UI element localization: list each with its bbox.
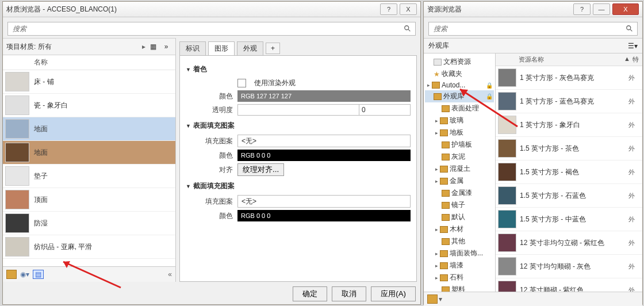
expand-icon[interactable]: ▸ [435, 251, 438, 257]
cut-fill-pattern-field[interactable]: <无> [237, 195, 411, 208]
col-ext[interactable]: 特 [632, 55, 639, 64]
tree-node[interactable]: 默认 [425, 211, 494, 223]
asset-thumbnail [498, 92, 516, 110]
asset-name: 1.5 英寸方形 - 褐色 [520, 167, 628, 177]
tree-node[interactable]: 金属漆 [425, 187, 494, 199]
category-tree[interactable]: 文档资源★收藏夹▸Autod...🔒外观库🔒表面处理▸玻璃▸地板护墙板灰泥▸混凝… [424, 53, 496, 292]
library-icon[interactable] [6, 270, 17, 279]
expand-icon[interactable]: ▸ [435, 178, 438, 184]
asset-row[interactable]: 1 英寸方形 - 象牙白外 [496, 113, 642, 137]
tint-color-field[interactable]: RGB 127 127 127 [237, 90, 411, 102]
tree-node[interactable]: 镜子 [425, 199, 494, 211]
dropdown-icon[interactable]: ▾ [439, 295, 442, 303]
expand-icon[interactable]: ▸ [435, 275, 438, 281]
expand-button[interactable]: » [160, 41, 172, 52]
asset-row[interactable]: 12 英寸顺砌 - 紫红色外 [496, 278, 642, 292]
tree-label: 文档资源 [443, 57, 471, 67]
asset-row[interactable]: 12 英寸均匀顺砌 - 灰色外 [496, 255, 642, 278]
tree-node[interactable]: 外观库🔒 [425, 90, 494, 102]
expand-icon[interactable]: ▸ [435, 118, 438, 124]
ok-button[interactable]: 确定 [293, 286, 327, 301]
new-material-icon[interactable]: ◉▾ [20, 270, 29, 278]
collapse-icon[interactable]: « [168, 270, 172, 278]
tree-node[interactable]: 灰泥 [425, 151, 494, 163]
section-surface-pattern[interactable]: ▼表面填充图案 [186, 119, 411, 132]
tree-node[interactable]: ▸木材 [425, 223, 494, 235]
tree-node[interactable]: 表面处理 [425, 102, 494, 114]
search-input-wrap [428, 22, 638, 36]
close-button[interactable]: X [612, 3, 639, 15]
column-header-name[interactable]: 名称 [3, 55, 175, 70]
tree-node[interactable]: ▸金属 [425, 175, 494, 187]
section-tint[interactable]: ▼着色 [186, 63, 411, 76]
material-row[interactable]: 瓷 - 象牙白 [3, 94, 175, 117]
library-icon[interactable] [427, 294, 438, 304]
tree-node[interactable]: ▸玻璃 [425, 114, 494, 127]
cancel-button[interactable]: 取消 [332, 286, 366, 301]
expand-icon[interactable]: ▸ [435, 166, 438, 172]
tree-node[interactable]: 塑料 [425, 284, 494, 292]
tab-appearance[interactable]: 外观 [237, 41, 263, 55]
surface-color-field[interactable]: RGB 0 0 0 [237, 150, 411, 161]
material-row[interactable]: 顶面 [3, 188, 175, 212]
material-row[interactable]: 纺织品 - 亚麻, 平滑 [3, 235, 175, 259]
asset-row[interactable]: 1 英寸方形 - 灰色马赛克外 [496, 66, 642, 90]
section-cut-pattern[interactable]: ▼截面填充图案 [186, 179, 411, 193]
tree-node[interactable]: ▸地板 [425, 127, 494, 139]
tree-node[interactable]: ▸墙漆 [425, 259, 494, 271]
tree-node[interactable]: ▸混凝土 [425, 163, 494, 175]
asset-row[interactable]: 1.5 英寸方形 - 褐色外 [496, 160, 642, 184]
help-button[interactable]: ? [380, 3, 397, 15]
asset-thumbnail [498, 210, 516, 228]
asset-row[interactable]: 1.5 英寸方形 - 茶色外 [496, 137, 642, 160]
folder-icon [442, 141, 450, 148]
close-button[interactable]: X [400, 3, 417, 15]
tab-add[interactable]: + [266, 43, 280, 54]
list-options-icon[interactable]: ☰▾ [628, 42, 638, 50]
use-render-checkbox[interactable] [237, 79, 246, 87]
tree-node[interactable]: ▸Autod...🔒 [425, 80, 494, 90]
material-row[interactable]: 地面 [3, 117, 175, 141]
tree-node[interactable]: 护墙板 [425, 139, 494, 151]
asset-row[interactable]: 1.5 英寸方形 - 石蓝色外 [496, 184, 642, 208]
expand-icon[interactable]: ▸ [435, 263, 438, 269]
folder-icon [434, 59, 442, 66]
expand-icon[interactable]: ▸ [435, 227, 438, 232]
sort-icon[interactable]: ▲ [624, 55, 630, 64]
search-input[interactable] [432, 24, 626, 33]
material-row[interactable]: 垫子 [3, 165, 175, 188]
tree-node[interactable]: 其他 [425, 235, 494, 247]
material-list[interactable]: 名称 床 - 铺瓷 - 象牙白地面地面垫子顶面防湿纺织品 - 亚麻, 平滑 [3, 55, 175, 266]
asset-name: 1.5 英寸方形 - 石蓝色 [520, 191, 628, 201]
tree-node[interactable]: 文档资源 [425, 56, 494, 68]
asset-list[interactable]: 资源名称 ▲ 特 1 英寸方形 - 灰色马赛克外1 英寸方形 - 蓝色马赛克外1… [496, 53, 642, 292]
asset-name: 1 英寸方形 - 象牙白 [520, 120, 628, 130]
help-button[interactable]: ? [573, 3, 591, 15]
col-asset-name[interactable]: 资源名称 [519, 55, 622, 64]
asset-row[interactable]: 1 英寸方形 - 蓝色马赛克外 [496, 90, 642, 113]
texture-align-button[interactable]: 纹理对齐... [237, 163, 284, 176]
transparency-field[interactable]: 0 [237, 104, 411, 116]
asset-thumbnail [498, 234, 516, 252]
tree-node[interactable]: ▸石料 [425, 271, 494, 284]
tab-identity[interactable]: 标识 [179, 41, 206, 55]
filter-label[interactable]: 项目材质: 所有 [6, 42, 141, 52]
material-name: 纺织品 - 亚麻, 平滑 [34, 242, 92, 252]
search-input[interactable] [12, 24, 404, 33]
material-row[interactable]: 地面 [3, 141, 175, 165]
expand-icon[interactable]: ▸ [435, 130, 438, 136]
tree-node[interactable]: ▸墙面装饰... [425, 247, 494, 259]
minimize-button[interactable]: — [593, 3, 610, 15]
asset-row[interactable]: 1.5 英寸方形 - 中蓝色外 [496, 208, 642, 231]
expand-icon[interactable]: ▸ [427, 82, 430, 88]
view-mode-button[interactable]: ▦ [147, 41, 159, 52]
material-row[interactable]: 床 - 铺 [3, 70, 175, 94]
asset-row[interactable]: 12 英寸非均匀立砌 - 紫红色外 [496, 231, 642, 255]
list-view-icon[interactable]: ▤ [33, 270, 44, 279]
tree-node[interactable]: ★收藏夹 [425, 68, 494, 80]
cut-color-field[interactable]: RGB 0 0 0 [237, 210, 411, 221]
apply-button[interactable]: 应用(A) [371, 286, 416, 301]
material-row[interactable]: 防湿 [3, 212, 175, 235]
fill-pattern-field[interactable]: <无> [237, 135, 411, 147]
tab-graphics[interactable]: 图形 [208, 41, 235, 55]
